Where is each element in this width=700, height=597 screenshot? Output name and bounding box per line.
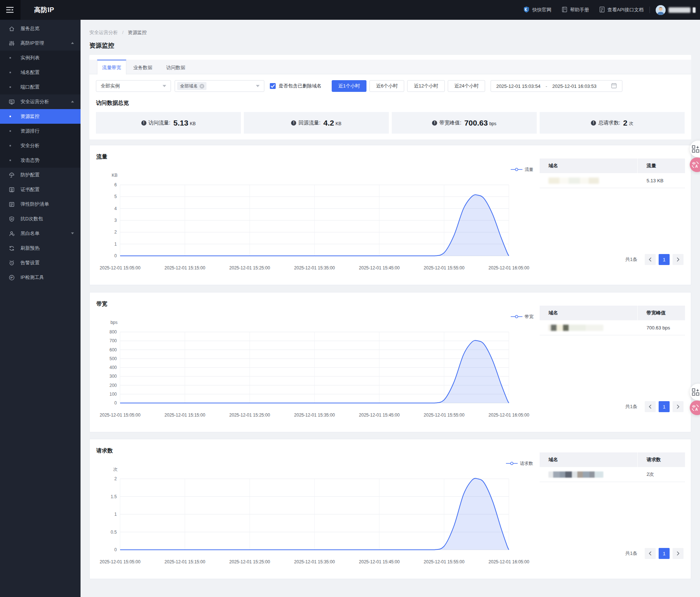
requests-chart: 21.510.502025-12-01 15:05:002025-12-01 1…	[96, 454, 539, 567]
sidebar-toggle-button[interactable]	[0, 0, 21, 20]
filter-bar: 全部实例 全部域名 是否包含已删除域名 近1个小时近6个小时近12个小时近24个…	[96, 80, 685, 92]
tab-traffic-bandwidth[interactable]: 流量带宽	[97, 60, 126, 75]
ip-icon: IP	[9, 275, 15, 280]
main-content: 安全运营分析 / 资源监控 资源监控 流量带宽业务数据访问数据 全部实例 全部域…	[81, 20, 700, 579]
next-page-button[interactable]	[673, 548, 684, 559]
date-separator: -	[546, 83, 547, 89]
sidebar-item-service-overview[interactable]: 服务总览	[0, 21, 81, 36]
domain-requests-value: 2次	[638, 471, 685, 478]
breadcrumb-parent[interactable]: 安全运营分析	[89, 30, 118, 35]
sidebar-item-elastic-protect-list[interactable]: 弹性防护清单	[0, 197, 81, 212]
sidebar-item-ip-check-tool[interactable]: IPIP检测工具	[0, 270, 81, 285]
domain-select[interactable]: 全部域名	[175, 80, 264, 92]
tab-access-data[interactable]: 访问数据	[159, 60, 192, 74]
table-row: 700.63 bps	[540, 320, 685, 335]
sidebar-item-black-white-list[interactable]: 黑白名单	[0, 226, 81, 241]
date-range-picker[interactable]: 2025-12-01 15:03:54 - 2025-12-01 16:03:5…	[491, 80, 622, 92]
svg-text:2025-12-01 16:05:00: 2025-12-01 16:05:00	[488, 413, 529, 418]
page-1-button[interactable]: 1	[659, 254, 670, 265]
prev-page-button[interactable]	[645, 401, 656, 412]
bullet-icon	[10, 57, 11, 59]
svg-text:800: 800	[109, 329, 117, 335]
translate-icon: 中 A	[691, 404, 699, 412]
sidebar-item-resource-rank[interactable]: 资源排行	[0, 124, 81, 138]
sidebar-item-domain-config[interactable]: 域名配置	[0, 65, 81, 80]
sidebar-item-anti-d-package[interactable]: 抗D次数包	[0, 212, 81, 226]
table-header-domain: 域名	[540, 306, 637, 320]
next-page-button[interactable]	[673, 401, 684, 412]
avatar[interactable]	[656, 5, 666, 15]
sidebar-item-refresh-preheat[interactable]: 刷新预热	[0, 241, 81, 255]
svg-text:2: 2	[114, 230, 117, 235]
tag-close-icon[interactable]	[200, 84, 204, 89]
nav-link-help-manual[interactable]: 帮助手册	[562, 7, 589, 14]
sidebar-item-port-config[interactable]: 端口配置	[0, 80, 81, 94]
avatar-person-icon	[656, 5, 666, 15]
sidebar-item-attack-situation[interactable]: 攻击态势	[0, 153, 81, 168]
svg-text:2025-12-01 15:55:00: 2025-12-01 15:55:00	[424, 559, 465, 564]
stat-card-3: !总请求数:2次	[540, 112, 685, 134]
user-icon	[9, 231, 15, 236]
pagination: 共1条 1	[625, 548, 684, 559]
sidebar-item-security-operation[interactable]: 安全运营分析	[0, 94, 81, 109]
chevron-down-icon	[163, 85, 166, 87]
sidebar-item-resource-monitor[interactable]: 资源监控	[0, 109, 81, 124]
chevron-down-icon	[256, 85, 260, 87]
tab-bar: 流量带宽业务数据访问数据	[89, 60, 691, 74]
traffic-chart-section: 流量 65432102025-12-01 15:05:002025-12-01 …	[89, 145, 691, 285]
navbar-end-glyph	[693, 7, 696, 13]
sidebar-item-alert-settings[interactable]: 告警设置	[0, 255, 81, 270]
monitor-icon	[9, 99, 15, 105]
sidebar-item-ip-manage[interactable]: 高防IP管理	[0, 36, 81, 51]
navbar-right: 快快官网帮助手册查看API接口文档	[513, 5, 700, 15]
stat-card-0: !访问流量:5.13KB	[96, 112, 241, 134]
prev-page-button[interactable]	[645, 548, 656, 559]
tab-business-data[interactable]: 业务数据	[126, 60, 159, 74]
app-logo: 高防IP	[34, 5, 54, 14]
masked-domain	[548, 325, 603, 331]
svg-text:2025-12-01 15:15:00: 2025-12-01 15:15:00	[164, 265, 205, 270]
svg-text:1: 1	[114, 242, 117, 247]
bandwidth-chart-section: 带宽 80070060050040030020010002025-12-01 1…	[89, 292, 691, 432]
username-blurred[interactable]	[669, 7, 690, 13]
manual-icon	[562, 7, 567, 14]
chevron-down-icon	[71, 232, 74, 234]
stats-row: !访问流量:5.13KB!回源流量:4.2KB!带宽峰值:700.63bps!总…	[96, 112, 685, 134]
table-header-domain: 域名	[540, 452, 637, 467]
info-icon: !	[591, 120, 596, 126]
bullet-icon	[10, 116, 11, 117]
time-range-button-1[interactable]: 近6个小时	[369, 80, 404, 92]
svg-text:200: 200	[109, 383, 117, 388]
time-range-button-3[interactable]: 近24个小时	[448, 80, 485, 92]
check-icon	[271, 84, 275, 88]
next-page-button[interactable]	[673, 254, 684, 265]
svg-text:2025-12-01 15:25:00: 2025-12-01 15:25:00	[229, 559, 270, 564]
shield-icon	[9, 216, 15, 222]
bullet-icon	[10, 86, 11, 88]
filter-overview-card: 流量带宽业务数据访问数据 全部实例 全部域名 是否包含已删除域名	[89, 55, 691, 139]
page-1-button[interactable]: 1	[659, 401, 670, 412]
svg-text:0: 0	[114, 253, 117, 258]
pagination: 共1条 1	[625, 401, 684, 412]
page-1-button[interactable]: 1	[659, 548, 670, 559]
nav-link-api-doc[interactable]: 查看API接口文档	[599, 7, 644, 14]
masked-domain	[548, 471, 603, 478]
sidebar-item-cert-config[interactable]: 证书配置	[0, 182, 81, 197]
nav-link-brand-site[interactable]: 快快官网	[523, 6, 551, 14]
page-title: 资源监控	[89, 41, 691, 50]
svg-text:4: 4	[114, 206, 117, 211]
instance-select[interactable]: 全部实例	[96, 80, 171, 92]
sidebar-item-security-analysis[interactable]: 安全分析	[0, 138, 81, 153]
table-row: 2次	[540, 467, 685, 482]
sidebar-item-protect-config[interactable]: 防护配置	[0, 168, 81, 182]
time-range-button-0[interactable]: 近1个小时	[332, 80, 366, 92]
prev-page-button[interactable]	[645, 254, 656, 265]
include-deleted-checkbox[interactable]	[270, 83, 276, 89]
include-deleted-label: 是否包含已删除域名	[279, 83, 321, 89]
svg-text:IP: IP	[10, 276, 13, 279]
time-range-button-2[interactable]: 近12个小时	[407, 80, 444, 92]
sidebar-item-instance-list[interactable]: 实例列表	[0, 51, 81, 65]
svg-text:KB: KB	[112, 173, 118, 178]
chevron-up-icon	[71, 101, 74, 102]
overview-title: 访问数据总览	[96, 100, 129, 107]
